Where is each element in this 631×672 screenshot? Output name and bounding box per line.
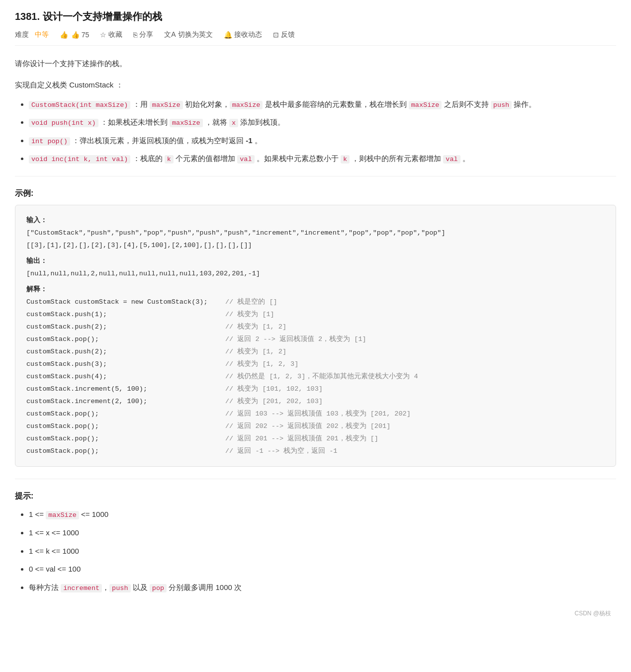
feedback-label: 反馈 [281,30,295,39]
hint-item: 1 <= x <= 1000 [29,526,616,540]
hint-item: 每种方法 increment，push 以及 pop 分别最多调用 1000 次 [29,581,616,595]
switch-lang-button[interactable]: 文A 切换为英文 [164,30,212,39]
code-k: k [165,155,174,164]
explain-code: customStack.push(3); [26,358,210,371]
explain-code: customStack.push(2); [26,321,210,334]
hint-item: 1 <= maxSize <= 1000 [29,507,616,522]
explain-line: customStack.pop();// 返回 2 --> 返回栈顶值 2，栈变… [26,334,605,346]
explain-code: customStack.pop(); [26,445,210,458]
explain-comment: // 栈变为 [1] [225,309,274,321]
hints-list: 1 <= maxSize <= 10001 <= x <= 10001 <= k… [29,507,616,594]
explain-code: customStack.push(4); [26,371,210,383]
example-box: 输入： ["CustomStack","push","push","pop","… [15,205,616,467]
method-item-3: int pop() ：弹出栈顶元素，并返回栈顶的值，或栈为空时返回 -1 。 [29,134,616,148]
explain-comment: // 栈是空的 [] [225,296,277,309]
code-maxsize-1: maxSize [150,101,183,109]
explain-line: customStack.increment(5, 100);// 栈变为 [10… [26,383,605,396]
hint-item: 1 <= k <= 1000 [29,544,616,559]
code-val: val [237,155,254,164]
explain-line: customStack.push(2);// 栈变为 [1, 2] [26,321,605,334]
explain-lines: CustomStack customStack = new CustomStac… [26,296,605,458]
feedback-icon: ⊡ [273,31,279,39]
intro-content: 请你设计一个支持下述操作的栈。 [15,59,127,68]
explain-line: CustomStack customStack = new CustomStac… [26,296,605,309]
divider-1 [15,176,616,176]
explain-line: customStack.push(2);// 栈变为 [1, 2] [26,346,605,358]
explain-line: customStack.pop();// 返回 103 --> 返回栈顶值 10… [26,408,605,420]
explain-line: customStack.push(4);// 栈仍然是 [1, 2, 3]，不能… [26,371,605,383]
explain-code: CustomStack customStack = new CustomStac… [26,296,210,309]
explain-comment: // 栈变为 [101, 102, 103] [225,383,323,396]
hints-section: 提示: 1 <= maxSize <= 10001 <= x <= 10001 … [15,491,616,594]
code-maxsize-2: maxSize [230,101,263,109]
explain-line: customStack.pop();// 返回 202 --> 返回栈顶值 20… [26,420,605,433]
explain-comment: // 栈变为 [1, 2, 3] [225,358,298,371]
method-item-2: void push(int x) ：如果栈还未增长到 maxSize ，就将 x… [29,115,616,130]
output-label: 输出： [26,255,605,268]
share-icon: ⎘ [133,31,137,39]
input-line-1: ["CustomStack","push","push","pop","push… [26,227,605,240]
explain-code: customStack.push(2); [26,346,210,358]
divider-2 [15,479,616,479]
difficulty-text: 难度 [15,30,29,39]
explain-code: customStack.pop(); [26,433,210,445]
explain-code: customStack.push(1); [26,309,210,321]
explain-comment: // 返回 -1 --> 栈为空，返回 -1 [225,445,337,458]
footer-brand: CSDN @杨枝 [15,609,616,618]
input-line-2: [[3],[1],[2],[],[2],[3],[4],[5,100],[2,1… [26,240,605,252]
star-icon: ☆ [100,31,106,39]
hints-title: 提示: [15,491,616,502]
page-title: 1381. 设计一个支持增量操作的栈 [15,10,616,23]
explain-code: customStack.increment(5, 100); [26,383,210,396]
explain-line: customStack.pop();// 返回 -1 --> 栈为空，返回 -1 [26,445,605,458]
explain-code: customStack.increment(2, 100); [26,396,210,408]
hint-item: 0 <= val <= 100 [29,562,616,577]
explain-comment: // 栈变为 [201, 202, 103] [225,396,323,408]
intro-text: 请你设计一个支持下述操作的栈。 [15,57,616,70]
likes-count: 👍 75 [71,31,89,39]
likes-button[interactable]: 👍 👍 75 [60,31,89,39]
code-val-2: val [443,155,460,164]
code-maxsize-4: maxSize [170,119,203,127]
explain-code: customStack.pop(); [26,408,210,420]
input-label: 输入： [26,214,605,227]
toolbar: 难度 中等 👍 👍 75 ☆ 收藏 ⎘ 分享 文A 切换为英文 🔔 接收动态 ⊡… [15,30,616,46]
method-item-1: CustomStack(int maxSize) ：用 maxSize 初始化对… [29,97,616,112]
problem-description: 实现自定义栈类 CustomStack ： CustomStack(int ma… [15,78,616,166]
method-item-4: void inc(int k, int val) ：栈底的 k 个元素的值都增加… [29,152,616,166]
output-line: [null,null,null,2,null,null,null,null,nu… [26,268,605,280]
switch-lang-label: 切换为英文 [178,30,213,39]
code-push-1: push [491,101,512,109]
like-icon: 👍 [60,31,68,39]
share-button[interactable]: ⎘ 分享 [133,30,153,39]
method-sig-2: void push(int x) [29,119,98,127]
explain-line: customStack.push(3);// 栈变为 [1, 2, 3] [26,358,605,371]
explain-comment: // 返回 202 --> 返回栈顶值 202，栈变为 [201] [225,420,390,433]
explain-comment: // 返回 103 --> 返回栈顶值 103，栈变为 [201, 202] [225,408,411,420]
explain-line: customStack.push(1);// 栈变为 [1] [26,309,605,321]
explain-comment: // 栈仍然是 [1, 2, 3]，不能添加其他元素使栈大小变为 4 [225,371,418,383]
explain-code: customStack.pop(); [26,420,210,433]
code-k-2: k [341,155,350,164]
code-maxsize-3: maxSize [409,101,442,109]
explain-code: customStack.pop(); [26,334,210,346]
difficulty-value: 中等 [35,30,49,39]
method-sig-1: CustomStack(int maxSize) [29,101,130,109]
collect-label: 收藏 [108,30,122,39]
explain-comment: // 栈变为 [1, 2] [225,346,286,358]
explain-comment: // 栈变为 [1, 2] [225,321,286,334]
method-sig-4: void inc(int k, int val) [29,155,130,164]
lang-icon: 文A [164,30,176,39]
notify-label: 接收动态 [234,30,262,39]
methods-list: CustomStack(int maxSize) ：用 maxSize 初始化对… [29,97,616,167]
code-x: x [229,119,238,127]
example-section-title: 示例: [15,188,616,199]
notify-button[interactable]: 🔔 接收动态 [224,30,262,39]
difficulty-label: 难度 中等 [15,30,49,39]
collect-button[interactable]: ☆ 收藏 [100,30,122,39]
feedback-button[interactable]: ⊡ 反馈 [273,30,295,39]
class-intro-text: 实现自定义栈类 CustomStack ： [15,81,123,89]
explain-line: customStack.pop();// 返回 201 --> 返回栈顶值 20… [26,433,605,445]
explain-comment: // 返回 2 --> 返回栈顶值 2，栈变为 [1] [225,334,366,346]
share-label: 分享 [139,30,153,39]
